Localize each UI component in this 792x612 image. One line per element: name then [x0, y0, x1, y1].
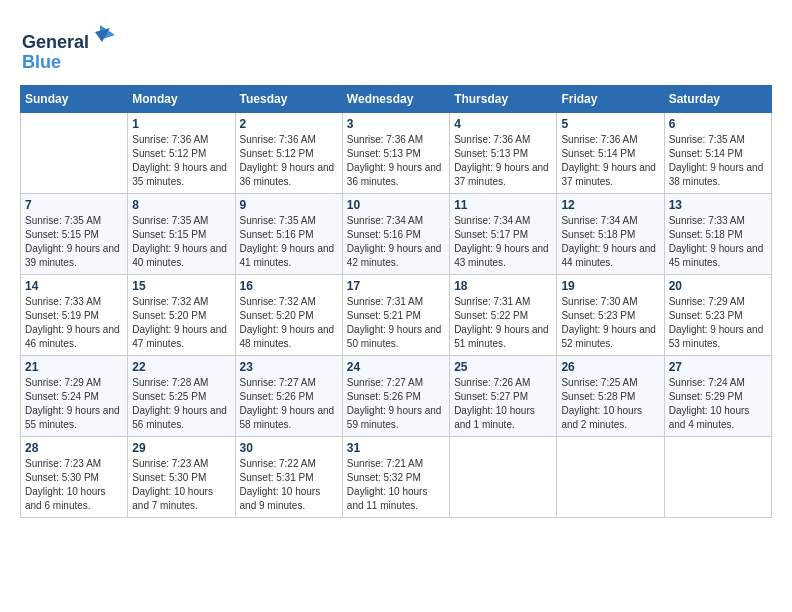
day-info: Sunrise: 7:29 AMSunset: 5:24 PMDaylight:…: [25, 376, 123, 432]
calendar-week-row: 28Sunrise: 7:23 AMSunset: 5:30 PMDayligh…: [21, 437, 772, 518]
calendar-cell: 27Sunrise: 7:24 AMSunset: 5:29 PMDayligh…: [664, 356, 771, 437]
day-info: Sunrise: 7:24 AMSunset: 5:29 PMDaylight:…: [669, 376, 767, 432]
day-info: Sunrise: 7:22 AMSunset: 5:31 PMDaylight:…: [240, 457, 338, 513]
calendar-cell: 4Sunrise: 7:36 AMSunset: 5:13 PMDaylight…: [450, 113, 557, 194]
day-number: 8: [132, 198, 230, 212]
calendar-cell: 21Sunrise: 7:29 AMSunset: 5:24 PMDayligh…: [21, 356, 128, 437]
logo: General Blue: [20, 20, 120, 75]
calendar-cell: 11Sunrise: 7:34 AMSunset: 5:17 PMDayligh…: [450, 194, 557, 275]
calendar-week-row: 21Sunrise: 7:29 AMSunset: 5:24 PMDayligh…: [21, 356, 772, 437]
calendar-cell: 1Sunrise: 7:36 AMSunset: 5:12 PMDaylight…: [128, 113, 235, 194]
day-info: Sunrise: 7:34 AMSunset: 5:16 PMDaylight:…: [347, 214, 445, 270]
calendar-cell: 26Sunrise: 7:25 AMSunset: 5:28 PMDayligh…: [557, 356, 664, 437]
calendar-table: SundayMondayTuesdayWednesdayThursdayFrid…: [20, 85, 772, 518]
calendar-cell: 16Sunrise: 7:32 AMSunset: 5:20 PMDayligh…: [235, 275, 342, 356]
calendar-cell: 20Sunrise: 7:29 AMSunset: 5:23 PMDayligh…: [664, 275, 771, 356]
day-number: 24: [347, 360, 445, 374]
day-info: Sunrise: 7:34 AMSunset: 5:17 PMDaylight:…: [454, 214, 552, 270]
calendar-cell: 5Sunrise: 7:36 AMSunset: 5:14 PMDaylight…: [557, 113, 664, 194]
calendar-cell: [21, 113, 128, 194]
day-info: Sunrise: 7:36 AMSunset: 5:13 PMDaylight:…: [347, 133, 445, 189]
calendar-cell: 30Sunrise: 7:22 AMSunset: 5:31 PMDayligh…: [235, 437, 342, 518]
day-number: 15: [132, 279, 230, 293]
day-info: Sunrise: 7:26 AMSunset: 5:27 PMDaylight:…: [454, 376, 552, 432]
calendar-cell: 3Sunrise: 7:36 AMSunset: 5:13 PMDaylight…: [342, 113, 449, 194]
day-header-saturday: Saturday: [664, 86, 771, 113]
day-info: Sunrise: 7:35 AMSunset: 5:16 PMDaylight:…: [240, 214, 338, 270]
calendar-cell: 24Sunrise: 7:27 AMSunset: 5:26 PMDayligh…: [342, 356, 449, 437]
day-number: 19: [561, 279, 659, 293]
calendar-cell: 7Sunrise: 7:35 AMSunset: 5:15 PMDaylight…: [21, 194, 128, 275]
calendar-header-row: SundayMondayTuesdayWednesdayThursdayFrid…: [21, 86, 772, 113]
day-header-thursday: Thursday: [450, 86, 557, 113]
calendar-cell: 31Sunrise: 7:21 AMSunset: 5:32 PMDayligh…: [342, 437, 449, 518]
day-number: 10: [347, 198, 445, 212]
day-info: Sunrise: 7:34 AMSunset: 5:18 PMDaylight:…: [561, 214, 659, 270]
day-info: Sunrise: 7:35 AMSunset: 5:14 PMDaylight:…: [669, 133, 767, 189]
day-info: Sunrise: 7:28 AMSunset: 5:25 PMDaylight:…: [132, 376, 230, 432]
calendar-cell: [557, 437, 664, 518]
day-header-friday: Friday: [557, 86, 664, 113]
calendar-cell: 8Sunrise: 7:35 AMSunset: 5:15 PMDaylight…: [128, 194, 235, 275]
calendar-cell: 10Sunrise: 7:34 AMSunset: 5:16 PMDayligh…: [342, 194, 449, 275]
day-number: 11: [454, 198, 552, 212]
calendar-week-row: 7Sunrise: 7:35 AMSunset: 5:15 PMDaylight…: [21, 194, 772, 275]
svg-text:General: General: [22, 32, 89, 52]
day-info: Sunrise: 7:35 AMSunset: 5:15 PMDaylight:…: [132, 214, 230, 270]
day-info: Sunrise: 7:27 AMSunset: 5:26 PMDaylight:…: [240, 376, 338, 432]
day-info: Sunrise: 7:36 AMSunset: 5:12 PMDaylight:…: [132, 133, 230, 189]
day-info: Sunrise: 7:23 AMSunset: 5:30 PMDaylight:…: [132, 457, 230, 513]
day-header-wednesday: Wednesday: [342, 86, 449, 113]
day-number: 16: [240, 279, 338, 293]
day-number: 28: [25, 441, 123, 455]
calendar-cell: [664, 437, 771, 518]
day-header-sunday: Sunday: [21, 86, 128, 113]
calendar-cell: [450, 437, 557, 518]
day-number: 4: [454, 117, 552, 131]
calendar-cell: 14Sunrise: 7:33 AMSunset: 5:19 PMDayligh…: [21, 275, 128, 356]
day-number: 31: [347, 441, 445, 455]
calendar-cell: 2Sunrise: 7:36 AMSunset: 5:12 PMDaylight…: [235, 113, 342, 194]
day-number: 14: [25, 279, 123, 293]
day-info: Sunrise: 7:33 AMSunset: 5:19 PMDaylight:…: [25, 295, 123, 351]
day-number: 20: [669, 279, 767, 293]
day-header-monday: Monday: [128, 86, 235, 113]
day-info: Sunrise: 7:25 AMSunset: 5:28 PMDaylight:…: [561, 376, 659, 432]
day-number: 21: [25, 360, 123, 374]
day-number: 27: [669, 360, 767, 374]
svg-text:Blue: Blue: [22, 52, 61, 72]
day-number: 3: [347, 117, 445, 131]
header: General Blue: [20, 20, 772, 75]
day-info: Sunrise: 7:27 AMSunset: 5:26 PMDaylight:…: [347, 376, 445, 432]
logo-svg: General Blue: [20, 20, 120, 75]
day-number: 26: [561, 360, 659, 374]
day-number: 18: [454, 279, 552, 293]
day-info: Sunrise: 7:31 AMSunset: 5:21 PMDaylight:…: [347, 295, 445, 351]
day-number: 5: [561, 117, 659, 131]
day-number: 17: [347, 279, 445, 293]
calendar-cell: 23Sunrise: 7:27 AMSunset: 5:26 PMDayligh…: [235, 356, 342, 437]
calendar-week-row: 1Sunrise: 7:36 AMSunset: 5:12 PMDaylight…: [21, 113, 772, 194]
day-info: Sunrise: 7:36 AMSunset: 5:12 PMDaylight:…: [240, 133, 338, 189]
day-info: Sunrise: 7:30 AMSunset: 5:23 PMDaylight:…: [561, 295, 659, 351]
day-number: 23: [240, 360, 338, 374]
day-number: 29: [132, 441, 230, 455]
day-number: 2: [240, 117, 338, 131]
day-info: Sunrise: 7:35 AMSunset: 5:15 PMDaylight:…: [25, 214, 123, 270]
calendar-cell: 22Sunrise: 7:28 AMSunset: 5:25 PMDayligh…: [128, 356, 235, 437]
day-info: Sunrise: 7:36 AMSunset: 5:13 PMDaylight:…: [454, 133, 552, 189]
calendar-cell: 17Sunrise: 7:31 AMSunset: 5:21 PMDayligh…: [342, 275, 449, 356]
day-number: 12: [561, 198, 659, 212]
day-info: Sunrise: 7:32 AMSunset: 5:20 PMDaylight:…: [132, 295, 230, 351]
calendar-cell: 13Sunrise: 7:33 AMSunset: 5:18 PMDayligh…: [664, 194, 771, 275]
calendar-cell: 28Sunrise: 7:23 AMSunset: 5:30 PMDayligh…: [21, 437, 128, 518]
day-number: 25: [454, 360, 552, 374]
day-number: 6: [669, 117, 767, 131]
calendar-cell: 18Sunrise: 7:31 AMSunset: 5:22 PMDayligh…: [450, 275, 557, 356]
day-number: 22: [132, 360, 230, 374]
day-number: 13: [669, 198, 767, 212]
day-info: Sunrise: 7:29 AMSunset: 5:23 PMDaylight:…: [669, 295, 767, 351]
day-number: 1: [132, 117, 230, 131]
day-info: Sunrise: 7:31 AMSunset: 5:22 PMDaylight:…: [454, 295, 552, 351]
day-info: Sunrise: 7:21 AMSunset: 5:32 PMDaylight:…: [347, 457, 445, 513]
